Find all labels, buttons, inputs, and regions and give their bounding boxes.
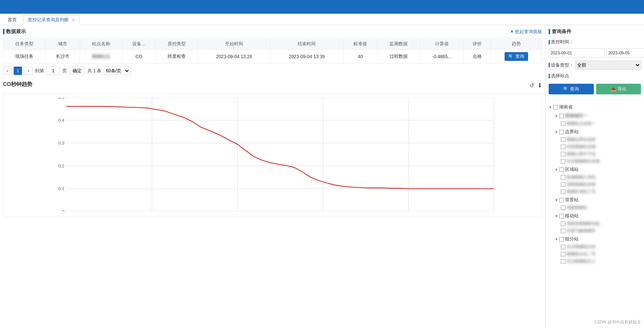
td-task-type: 现场任务 — [3, 50, 46, 64]
province-header[interactable]: ▼ 湖南省 — [549, 103, 641, 111]
leaf-b4-checkbox[interactable] — [561, 159, 565, 164]
watermark: CSDN @书中自有妍如玉 — [595, 319, 641, 325]
goto-input[interactable] — [46, 67, 60, 75]
leaf-b3-label: 模糊公路中子站 — [566, 151, 596, 157]
tree-leaf-a2[interactable]: 湖南模糊站名称 — [561, 181, 641, 188]
tree-leaf-b1[interactable]: 模糊边界站名称 — [561, 136, 641, 143]
leaf-c2-checkbox[interactable] — [561, 252, 565, 256]
group-mobile-header[interactable]: ▼ 移动站 — [555, 212, 641, 220]
leaf-a1-checkbox[interactable] — [561, 175, 565, 180]
download-icon[interactable]: ⬇ — [537, 82, 542, 89]
svg-text:0.4: 0.4 — [58, 118, 65, 123]
tab-close-icon[interactable]: × — [72, 17, 75, 23]
confirm-page-btn[interactable]: 确定 — [69, 67, 85, 75]
sidebar-export-btn[interactable]: 📤 导出 — [596, 84, 641, 94]
leaf-a3-checkbox[interactable] — [561, 189, 565, 194]
group-mobile-checkbox[interactable] — [559, 214, 564, 218]
leaf-b1-checkbox[interactable] — [561, 137, 565, 142]
tree-leaf-a3[interactable]: 模糊区域站三号 — [561, 188, 641, 195]
page-1-btn[interactable]: 1 — [14, 67, 22, 75]
tree-leaf-b4[interactable]: 长沙模糊路站名称 — [561, 158, 641, 165]
search-icon: 🔍 — [563, 86, 569, 92]
right-sidebar: 查询条件 质控时间： 设备类型： 全部 选择站点 🔍 查询 � — [545, 25, 644, 328]
td-station: 模糊站点 — [80, 50, 122, 64]
end-date-input[interactable] — [606, 48, 644, 57]
total-label: 共 1 条 — [87, 68, 101, 74]
svg-text:0.2: 0.2 — [58, 163, 64, 168]
tree-leaf-bg1[interactable]: 洞庭模糊站 — [561, 204, 641, 211]
leaf-m2-checkbox[interactable] — [561, 229, 565, 233]
group-area-checkbox[interactable] — [559, 167, 564, 172]
group-area-header[interactable]: ▼ 区域站 — [555, 166, 641, 174]
leaf-c3-label: 长沙模糊组分三 — [566, 258, 596, 264]
th-device: 设备... — [122, 38, 155, 50]
tree-leaf-m1[interactable]: 湖南首模糊移动站 — [561, 220, 641, 227]
leaf-c3-checkbox[interactable] — [561, 259, 565, 264]
group-boundary-checkbox[interactable] — [559, 130, 564, 134]
province-chevron: ▼ — [549, 105, 552, 109]
leaf-b2-checkbox[interactable] — [561, 145, 565, 149]
data-table: 任务类型 城市 站点名称 设备... 质控类型 开始时间 结束时间 标准值 监测… — [3, 38, 542, 64]
prev-page-btn[interactable]: ‹ — [3, 67, 11, 75]
leaf-c2-label: 模糊组分站二号 — [566, 251, 596, 257]
group-bg-header[interactable]: ▼ 背景站 — [555, 196, 641, 204]
tree-leaf-a1[interactable]: 株洲模糊入东站 — [561, 174, 641, 181]
tree-leaf-b2[interactable]: 长阳模糊站名称 — [561, 143, 641, 150]
tab-qc-label: 质控记录查询及判断 — [28, 17, 69, 23]
group-1-chevron: ▼ — [555, 114, 558, 118]
page-unit-label: 页 — [62, 68, 67, 74]
tree-leaf-c1[interactable]: 长沙模糊组分站 — [561, 243, 641, 250]
device-type-row: 设备类型： 全部 — [549, 61, 641, 70]
trend-query-btn[interactable]: 🔍查询 — [505, 52, 528, 61]
group-boundary-header[interactable]: ▼ 边界站 — [555, 128, 641, 136]
next-page-btn[interactable]: › — [24, 67, 33, 75]
tree-leaf-c3[interactable]: 长沙模糊组分三 — [561, 258, 641, 265]
table-row: 现场任务 长沙市 模糊站点 CO 跨度检查 2023-09-04 13:28 2… — [3, 50, 542, 64]
leaf-bg1-checkbox[interactable] — [561, 205, 565, 210]
leaf-1-1-checkbox[interactable] — [561, 121, 565, 126]
group-component-header[interactable]: ▼ 组分站 — [555, 235, 641, 243]
leaf-c1-checkbox[interactable] — [561, 245, 565, 249]
tree-group-bg: ▼ 背景站 洞庭模糊站 — [555, 196, 641, 211]
leaf-a2-checkbox[interactable] — [561, 182, 565, 187]
sidebar-query-btn[interactable]: 🔍 查询 — [549, 84, 594, 94]
group-area-label: 区域站 — [565, 166, 579, 173]
group-1-header[interactable]: ▼ 模糊城市一 — [555, 112, 641, 120]
per-page-select[interactable]: 60条/页 30条/页 100条/页 — [104, 67, 130, 75]
group-1-checkbox[interactable] — [559, 114, 564, 118]
leaf-m2-label: 长阳气象模糊车 — [566, 228, 596, 234]
th-qc-type: 质控类型 — [155, 38, 198, 50]
tree-leaf-b3[interactable]: 模糊公路中子站 — [561, 150, 641, 158]
province-checkbox[interactable] — [553, 105, 558, 110]
group-bg-checkbox[interactable] — [559, 198, 564, 202]
tab-qc-record[interactable]: 质控记录查询及判断 × — [23, 15, 80, 25]
leaf-c1-label: 长沙模糊组分站 — [566, 244, 596, 250]
start-date-input[interactable] — [549, 48, 605, 57]
th-start-time: 开始时间 — [198, 38, 270, 50]
device-type-select[interactable]: 全部 — [575, 61, 641, 70]
tab-home[interactable]: 首页 — [3, 15, 21, 25]
group-component-checkbox[interactable] — [559, 237, 564, 242]
group-boundary-children: 模糊边界站名称 长阳模糊站名称 模糊公路中子站 — [555, 136, 641, 165]
leaf-a1-label: 株洲模糊入东站 — [566, 174, 596, 180]
left-content: 数据展示 ▼ 收起查询面板 任务类型 城市 站点名称 设备... 质控类型 开始… — [0, 25, 545, 328]
refresh-icon[interactable]: ↺ — [529, 82, 534, 89]
collapse-btn[interactable]: ▼ 收起查询面板 — [510, 29, 542, 35]
tree-leaf-m2[interactable]: 长阳气象模糊车 — [561, 227, 641, 234]
leaf-b4-label: 长沙模糊路站名称 — [566, 158, 600, 164]
leaf-b3-checkbox[interactable] — [561, 152, 565, 156]
device-type-label: 设备类型： — [549, 62, 574, 68]
group-component-chevron: ▼ — [555, 237, 558, 241]
chart-container: 0.5 0.4 0.3 0.2 0.1 0 13:19 09-04 13:20 … — [3, 93, 542, 217]
sidebar-btn-row: 🔍 查询 📤 导出 — [549, 84, 641, 94]
tree-leaf-1-1[interactable]: 模糊站点名称一 — [561, 120, 641, 127]
th-calc-value: 计算值 — [420, 38, 464, 50]
th-station: 站点名称 — [80, 38, 122, 50]
chart-title: CO秒钟趋势 — [3, 81, 32, 88]
station-label: 选择站点 — [549, 73, 569, 79]
date-range-row — [549, 48, 641, 57]
tree-leaf-c2[interactable]: 模糊组分站二号 — [561, 250, 641, 258]
time-form-row: 质控时间： — [549, 39, 641, 45]
th-task-type: 任务类型 — [3, 38, 46, 50]
leaf-m1-checkbox[interactable] — [561, 221, 565, 226]
